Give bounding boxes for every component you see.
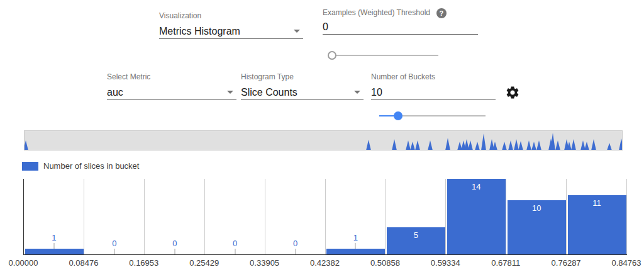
bar-value-label: 0 — [172, 239, 177, 248]
bar-value-label: 0 — [293, 239, 297, 248]
slice-density-spike — [410, 142, 415, 150]
chart-legend: Number of slices in bucket — [22, 161, 139, 171]
x-tick-label: 0.67811 — [491, 258, 520, 268]
x-tick-label: 0.16953 — [129, 258, 158, 268]
annotation-stem — [295, 249, 296, 254]
num-buckets-input[interactable] — [371, 85, 496, 100]
num-buckets-label: Number of Buckets — [371, 73, 496, 81]
histogram-bar[interactable] — [326, 249, 385, 254]
histogram-type-dropdown[interactable]: Slice Counts — [241, 85, 364, 100]
slice-density-spike — [526, 140, 531, 150]
slice-density-spike — [25, 140, 28, 150]
slice-density-spike — [536, 140, 541, 150]
histogram-type-field: Histogram Type Slice Counts — [241, 73, 364, 100]
visualization-value: Metrics Histogram — [159, 26, 240, 37]
histogram-type-value: Slice Counts — [241, 87, 297, 98]
slice-density-spike — [415, 140, 420, 150]
slice-density-spike — [508, 140, 513, 150]
visualization-field: Visualization Metrics Histogram — [159, 12, 303, 39]
gridline — [84, 179, 84, 254]
x-axis-labels: 0.000000.084760.169530.254290.339050.423… — [23, 258, 626, 268]
bar-value-label: 0 — [112, 239, 116, 248]
slice-density-spike — [445, 138, 450, 150]
slice-density-spike — [464, 139, 469, 150]
slices-overview-strip[interactable] — [24, 130, 623, 150]
slice-density-spike — [584, 142, 589, 150]
gridline — [144, 179, 145, 254]
bar-value-label: 1 — [353, 233, 358, 242]
annotation-stem — [355, 243, 356, 249]
slice-density-spike — [481, 133, 486, 150]
threshold-field: Examples (Weighted) Threshold ? — [323, 8, 478, 35]
select-metric-field: Select Metric auc — [107, 73, 236, 100]
x-tick-label: 0.42382 — [310, 258, 340, 268]
annotation-stem — [235, 249, 235, 254]
gridline — [385, 179, 386, 254]
slice-density-spike — [475, 142, 480, 150]
slider-knob[interactable] — [394, 111, 402, 120]
slice-density-spike — [392, 139, 397, 150]
slice-density-spike — [406, 140, 411, 150]
annotation-stem — [174, 249, 175, 254]
x-tick-label: 0.76287 — [552, 258, 581, 268]
bar-value-label: 10 — [532, 203, 541, 213]
gridline — [265, 179, 265, 254]
bar-value-label: 11 — [592, 198, 601, 208]
histogram-type-label: Histogram Type — [241, 73, 364, 81]
visualization-dropdown[interactable]: Metrics Histogram — [159, 24, 303, 39]
gear-icon — [505, 85, 520, 100]
chevron-down-icon — [227, 91, 233, 94]
visualization-label: Visualization — [159, 12, 303, 20]
histogram-bar[interactable] — [25, 249, 84, 254]
slice-density-spike — [366, 140, 371, 150]
bar-value-label: 14 — [472, 182, 480, 191]
x-tick-label: 0.59334 — [431, 258, 460, 268]
num-buckets-field: Number of Buckets — [371, 73, 496, 100]
overview-spikes — [25, 131, 622, 150]
histogram-plot-area[interactable]: 1000015141011 — [23, 179, 627, 255]
gridline — [626, 179, 627, 254]
bar-value-label: 5 — [414, 230, 418, 240]
slice-density-spike — [555, 140, 560, 150]
x-tick-label: 0.33905 — [250, 258, 279, 268]
x-tick-label: 0.08476 — [69, 258, 98, 268]
gridline — [566, 179, 567, 254]
slice-density-spike — [468, 140, 473, 150]
slice-density-spike — [428, 140, 433, 150]
annotation-stem — [53, 243, 54, 249]
gridline — [204, 179, 205, 254]
threshold-label: Examples (Weighted) Threshold — [323, 9, 430, 17]
slice-density-spike — [619, 139, 622, 150]
select-metric-value: auc — [107, 87, 123, 98]
settings-button[interactable] — [505, 85, 520, 100]
x-tick-label: 0.25429 — [189, 258, 219, 268]
x-tick-label: 0.84763 — [612, 258, 641, 268]
gridline — [325, 179, 326, 254]
legend-label: Number of slices in bucket — [43, 161, 139, 171]
slice-density-spike — [531, 142, 536, 150]
slider-track — [332, 55, 438, 56]
bar-value-label: 1 — [52, 233, 56, 242]
slice-density-spike — [502, 142, 507, 150]
slice-density-spike — [607, 143, 612, 150]
threshold-input[interactable] — [323, 20, 478, 35]
x-tick-label: 0.50858 — [370, 258, 400, 268]
annotation-stem — [114, 249, 114, 254]
slice-density-spike — [514, 139, 519, 150]
num-buckets-slider[interactable] — [379, 111, 486, 121]
slice-density-spike — [518, 141, 523, 150]
help-icon[interactable]: ? — [436, 8, 447, 18]
legend-color-swatch — [22, 162, 38, 171]
x-tick-label: 0.00000 — [9, 258, 38, 268]
select-metric-dropdown[interactable]: auc — [107, 85, 236, 100]
chevron-down-icon — [354, 91, 360, 94]
slider-knob[interactable] — [328, 51, 336, 60]
chevron-down-icon — [294, 30, 300, 33]
slice-density-spike — [571, 139, 576, 150]
slice-density-spike — [580, 140, 586, 150]
bar-value-label: 0 — [233, 239, 237, 248]
slice-density-spike — [591, 139, 596, 150]
tfma-metrics-histogram-view: Visualization Metrics Histogram Examples… — [0, 0, 644, 272]
threshold-slider[interactable] — [332, 50, 438, 60]
select-metric-label: Select Metric — [107, 73, 236, 81]
